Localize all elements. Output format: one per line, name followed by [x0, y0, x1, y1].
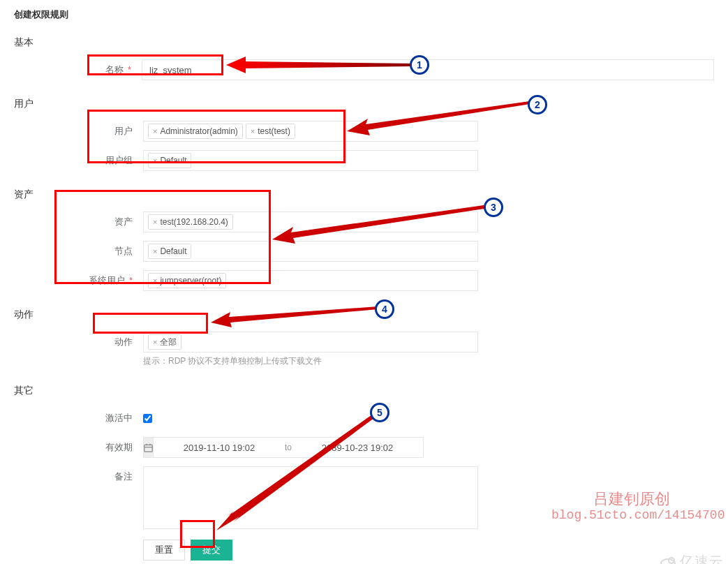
section-asset: 资产 资产 ×test(192.168.20.4) 节点 ×Default 系统… — [14, 188, 714, 291]
user-tag-input[interactable]: ×Administrator(admin) ×test(test) — [143, 121, 478, 142]
close-icon[interactable]: × — [153, 154, 157, 167]
user-group-tag[interactable]: ×Default — [148, 153, 191, 168]
active-checkbox[interactable] — [143, 414, 152, 423]
date-separator: to — [285, 437, 292, 458]
label-action: 动作 — [14, 332, 143, 352]
section-title-other: 其它 — [14, 385, 714, 397]
label-name: 名称 * — [14, 59, 142, 80]
label-active: 激活中 — [14, 408, 143, 429]
section-user: 用户 用户 ×Administrator(admin) ×test(test) … — [14, 98, 714, 171]
user-tag[interactable]: ×test(test) — [246, 124, 295, 139]
section-basic: 基本 名称 * — [14, 36, 714, 80]
page-title: 创建权限规则 — [0, 0, 728, 29]
calendar-icon[interactable] — [143, 437, 153, 458]
submit-button[interactable]: 提交 — [191, 540, 232, 561]
section-title-basic: 基本 — [14, 36, 714, 49]
label-asset: 资产 — [14, 212, 143, 232]
action-tag[interactable]: ×全部 — [148, 334, 181, 350]
required-mark: * — [129, 275, 133, 285]
action-helper-text: 提示：RDP 协议不支持单独控制上传或下载文件 — [143, 355, 478, 367]
close-icon[interactable]: × — [153, 274, 157, 287]
date-to-input[interactable] — [292, 437, 424, 458]
remark-textarea[interactable] — [143, 466, 478, 529]
close-icon[interactable]: × — [251, 125, 255, 138]
node-tag[interactable]: ×Default — [148, 244, 191, 259]
close-icon[interactable]: × — [153, 336, 157, 348]
date-from-input[interactable] — [153, 437, 285, 458]
svg-rect-0 — [144, 445, 152, 452]
reset-button[interactable]: 重置 — [143, 540, 185, 561]
asset-tag[interactable]: ×test(192.168.20.4) — [148, 214, 233, 230]
close-icon[interactable]: × — [153, 125, 157, 138]
action-tag-input[interactable]: ×全部 — [143, 332, 478, 352]
section-other: 其它 激活中 有效期 to 备注 重置 提 — [14, 385, 714, 561]
label-user: 用户 — [14, 121, 143, 142]
close-icon[interactable]: × — [153, 216, 157, 228]
section-title-user: 用户 — [14, 98, 714, 110]
user-group-tag-input[interactable]: ×Default — [143, 150, 478, 171]
label-user-group: 用户组 — [14, 150, 143, 171]
sys-user-tag-input[interactable]: ×jumpserver(root) — [143, 270, 478, 291]
close-icon[interactable]: × — [153, 245, 157, 258]
node-tag-input[interactable]: ×Default — [143, 241, 478, 262]
section-title-action: 动作 — [14, 309, 714, 321]
label-remark: 备注 — [14, 466, 143, 487]
required-mark: * — [128, 64, 131, 75]
name-input[interactable] — [142, 59, 714, 80]
asset-tag-input[interactable]: ×test(192.168.20.4) — [143, 212, 478, 232]
section-action: 动作 动作 ×全部 提示：RDP 协议不支持单独控制上传或下载文件 — [14, 309, 714, 367]
section-title-asset: 资产 — [14, 188, 714, 201]
label-node: 节点 — [14, 241, 143, 262]
sys-user-tag[interactable]: ×jumpserver(root) — [148, 273, 226, 288]
label-sys-user: 系统用户 * — [14, 270, 143, 291]
user-tag[interactable]: ×Administrator(admin) — [148, 124, 243, 139]
label-validity: 有效期 — [14, 437, 143, 458]
